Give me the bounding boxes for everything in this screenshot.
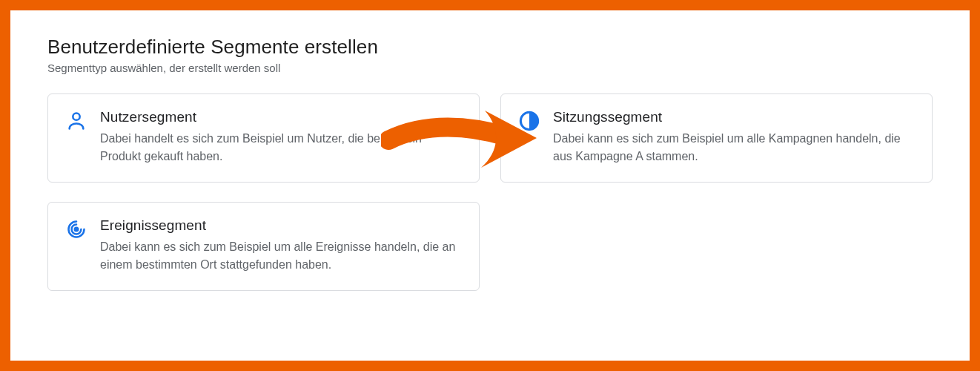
svg-point-0 — [73, 114, 79, 120]
card-description: Dabei handelt es sich zum Beispiel um Nu… — [100, 130, 461, 165]
card-user-segment[interactable]: Nutzersegment Dabei handelt es sich zum … — [47, 93, 480, 183]
segment-cards-grid: Nutzersegment Dabei handelt es sich zum … — [47, 93, 933, 291]
page-title: Benutzerdefinierte Segmente erstellen — [47, 36, 933, 59]
annotation-frame: Benutzerdefinierte Segmente erstellen Se… — [0, 0, 980, 371]
card-event-segment[interactable]: Ereignissegment Dabei kann es sich zum B… — [47, 202, 480, 291]
svg-point-2 — [74, 227, 79, 232]
card-session-segment[interactable]: Sitzungssegment Dabei kann es sich zum B… — [500, 93, 933, 183]
card-description: Dabei kann es sich zum Beispiel um alle … — [100, 238, 461, 274]
session-icon — [519, 111, 540, 131]
card-title: Ereignissegment — [100, 217, 461, 234]
page-subtitle: Segmenttyp auswählen, der erstellt werde… — [47, 62, 933, 74]
segment-type-panel: Benutzerdefinierte Segmente erstellen Se… — [10, 10, 970, 361]
card-description: Dabei kann es sich zum Beispiel um alle … — [553, 130, 914, 165]
card-body: Ereignissegment Dabei kann es sich zum B… — [100, 217, 461, 274]
card-body: Sitzungssegment Dabei kann es sich zum B… — [553, 109, 914, 165]
card-body: Nutzersegment Dabei handelt es sich zum … — [100, 109, 461, 165]
card-title: Sitzungssegment — [553, 109, 914, 125]
event-icon — [66, 219, 87, 240]
card-title: Nutzersegment — [100, 109, 461, 125]
user-icon — [66, 111, 87, 131]
